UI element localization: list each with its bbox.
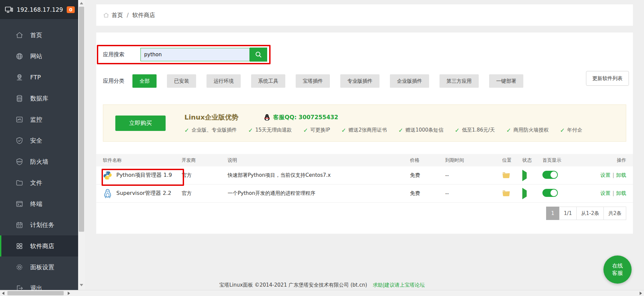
home-icon xyxy=(15,31,23,39)
qq-service[interactable]: 客服QQ: 3007255432 xyxy=(263,114,338,121)
check-icon: ✓ xyxy=(248,127,253,134)
folder-icon xyxy=(15,179,23,187)
status-running-icon[interactable] xyxy=(522,188,527,199)
gear-icon xyxy=(15,263,23,271)
feature-item: 可更换IP xyxy=(310,127,330,133)
server-header[interactable]: 192.168.17.129 0 xyxy=(0,0,78,19)
page-range: 从1-2条 xyxy=(576,207,604,220)
app-expire: -- xyxy=(445,172,502,178)
location-folder-icon[interactable] xyxy=(502,172,522,178)
server-ip: 192.168.17.129 xyxy=(17,6,63,13)
category-runtime[interactable]: 运行环境 xyxy=(207,74,241,88)
breadcrumb-home-icon xyxy=(103,12,109,18)
sidebar-item-monitor[interactable]: 监控 xyxy=(0,109,78,130)
sidebar-item-firewall[interactable]: WAF 防火墙 xyxy=(0,151,78,172)
promo-title: Linux企业版优势 xyxy=(184,113,238,122)
category-pro-plugins[interactable]: 专业版插件 xyxy=(340,74,379,88)
scroll-right-arrow-icon[interactable] xyxy=(68,292,70,295)
check-icon: ✓ xyxy=(341,127,346,134)
breadcrumb-home-link[interactable]: 首页 xyxy=(112,11,123,19)
vertical-scrollbar[interactable] xyxy=(78,0,85,290)
monitor-chart-icon xyxy=(15,116,23,124)
home-display-toggle[interactable] xyxy=(542,189,558,197)
category-third-party[interactable]: 第三方应用 xyxy=(440,74,479,88)
app-price: 免费 xyxy=(410,172,445,178)
sidebar-menu: 首页 网站 FTP 数据库 监控 安全 WAF 防火墙 文件 xyxy=(0,24,78,296)
ftp-icon xyxy=(15,73,23,81)
horizontal-scrollbar-thumb[interactable] xyxy=(7,291,64,295)
sidebar-item-panel-settings[interactable]: 面板设置 xyxy=(0,256,78,278)
sidebar-item-files[interactable]: 文件 xyxy=(0,172,78,193)
app-name[interactable]: Python项目管理器 1.9 xyxy=(116,172,172,179)
sidebar-item-home[interactable]: 首页 xyxy=(0,24,78,46)
feature-item: 商用防火墙授权 xyxy=(514,127,549,133)
page-total-count: 共2条 xyxy=(603,207,626,220)
sidebar: 192.168.17.129 0 首页 网站 FTP 数据库 监控 安全 WAF xyxy=(0,0,78,296)
category-installed[interactable]: 已安装 xyxy=(167,74,196,88)
page-footer: 宝塔Linux面板 ©2014-2021 广东堡塔安全技术有限公司 (bt.cn… xyxy=(0,282,644,288)
update-software-list-button[interactable]: 更新软件列表 xyxy=(586,71,629,86)
footer-copyright: 宝塔Linux面板 ©2014-2021 广东堡塔安全技术有限公司 (bt.cn… xyxy=(219,282,367,288)
qq-service-text: 客服QQ: 3007255432 xyxy=(273,114,338,121)
sidebar-item-terminal[interactable]: 终端 xyxy=(0,193,78,214)
category-one-click-deploy[interactable]: 一键部署 xyxy=(489,74,523,88)
scroll-down-arrow-icon[interactable] xyxy=(80,284,83,286)
check-icon: ✓ xyxy=(560,127,565,134)
buy-now-button[interactable]: 立即购买 xyxy=(115,116,166,131)
app-expire: -- xyxy=(445,191,502,197)
search-icon xyxy=(254,51,262,59)
check-icon: ✓ xyxy=(455,127,460,134)
category-bt-plugins[interactable]: 宝塔插件 xyxy=(296,74,330,88)
promo-features: ✓企业版、专业版插件 ✓15天无理由退款 ✓可更换IP ✓赠送2张商用证书 ✓赠… xyxy=(184,127,594,134)
sidebar-item-database[interactable]: 数据库 xyxy=(0,88,78,109)
search-button[interactable] xyxy=(250,48,267,62)
app-developer: 官方 xyxy=(182,172,228,178)
app-store-panel: 应用搜索 应用分类 全部 已安装 运行环境 系统工具 宝塔插件 专业版插件 企业… xyxy=(96,32,633,234)
category-all[interactable]: 全部 xyxy=(132,74,157,88)
sidebar-item-ftp[interactable]: FTP xyxy=(0,67,78,88)
ops-separator: | xyxy=(612,190,614,196)
category-system-tools[interactable]: 系统工具 xyxy=(251,74,285,88)
location-folder-icon[interactable] xyxy=(502,190,522,197)
shield-check-icon xyxy=(15,137,23,145)
horizontal-scrollbar[interactable] xyxy=(0,290,644,296)
sidebar-item-security[interactable]: 安全 xyxy=(0,130,78,151)
page-number-current[interactable]: 1 xyxy=(546,207,560,220)
feature-item: 赠送1000条短信 xyxy=(405,127,443,133)
app-name[interactable]: Supervisor管理器 2.2 xyxy=(116,190,171,197)
check-icon: ✓ xyxy=(398,127,403,134)
database-icon xyxy=(15,94,23,102)
uninstall-link[interactable]: 卸载 xyxy=(616,190,626,196)
search-highlight-box: 应用搜索 xyxy=(97,45,271,64)
sidebar-item-app-store[interactable]: 软件商店 xyxy=(0,235,78,256)
online-support-button[interactable]: 在线 客服 xyxy=(603,255,632,284)
status-running-icon[interactable] xyxy=(522,170,527,181)
sidebar-item-cron[interactable]: 计划任务 xyxy=(0,214,78,235)
toggle-knob xyxy=(550,171,557,178)
promo-content: Linux企业版优势 客服QQ: 3007255432 ✓企业版、专业版插件 xyxy=(184,113,594,134)
scroll-right-arrow-icon[interactable] xyxy=(640,292,642,295)
category-enterprise-plugins[interactable]: 企业版插件 xyxy=(390,74,429,88)
terminal-icon xyxy=(15,200,23,208)
settings-link[interactable]: 设置 xyxy=(600,172,610,178)
home-display-toggle[interactable] xyxy=(542,171,558,179)
feature-item: 年付企 xyxy=(567,127,582,133)
vertical-scrollbar-thumb[interactable] xyxy=(79,7,84,232)
forum-link[interactable]: 求助|建议请上宝塔论坛 xyxy=(373,282,425,288)
scroll-left-arrow-icon[interactable] xyxy=(2,292,4,295)
table-header: 软件名称 开发商 说明 价格 到期时间 位置 状态 首页显示 操作 xyxy=(96,154,633,166)
scroll-up-arrow-icon[interactable] xyxy=(80,2,83,4)
sidebar-item-website[interactable]: 网站 xyxy=(0,46,78,67)
toggle-knob xyxy=(550,190,557,196)
waf-shield-icon: WAF xyxy=(15,158,23,166)
message-count-badge[interactable]: 0 xyxy=(67,6,75,13)
search-input[interactable] xyxy=(140,48,250,61)
uninstall-link[interactable]: 卸载 xyxy=(616,172,626,178)
table-row: Supervisor管理器 2.2 官方 一个Python开发的通用的进程管理程… xyxy=(96,184,633,203)
pagination: 1 1/1 从1-2条 共2条 xyxy=(546,207,626,220)
python-logo-icon xyxy=(103,171,112,180)
app-price: 免费 xyxy=(410,190,445,197)
app-description: 快速部署Python项目，当前仅支持Centos7.x xyxy=(228,172,410,178)
settings-link[interactable]: 设置 xyxy=(600,190,610,196)
globe-icon xyxy=(15,52,23,60)
